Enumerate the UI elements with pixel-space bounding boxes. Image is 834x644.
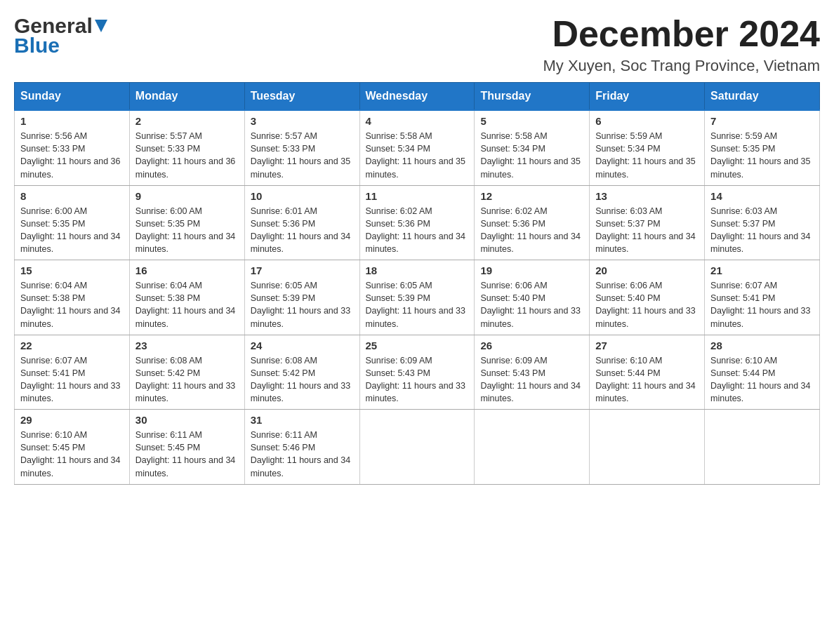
day-info: Sunrise: 6:01 AMSunset: 5:36 PMDaylight:… bbox=[251, 206, 350, 254]
day-number: 15 bbox=[20, 264, 124, 276]
calendar-day-header: Saturday bbox=[705, 83, 820, 111]
day-info: Sunrise: 6:07 AMSunset: 5:41 PMDaylight:… bbox=[20, 356, 120, 403]
logo-blue-text: Blue bbox=[14, 34, 60, 58]
day-info: Sunrise: 6:02 AMSunset: 5:36 PMDaylight:… bbox=[480, 206, 580, 254]
day-number: 13 bbox=[595, 190, 699, 202]
day-info: Sunrise: 6:10 AMSunset: 5:44 PMDaylight:… bbox=[595, 356, 695, 403]
calendar-day-cell: 15 Sunrise: 6:04 AMSunset: 5:38 PMDaylig… bbox=[15, 260, 130, 335]
day-info: Sunrise: 6:09 AMSunset: 5:43 PMDaylight:… bbox=[480, 356, 580, 403]
day-info: Sunrise: 6:00 AMSunset: 5:35 PMDaylight:… bbox=[20, 206, 120, 254]
day-info: Sunrise: 5:57 AMSunset: 5:33 PMDaylight:… bbox=[251, 131, 350, 179]
calendar-day-cell: 26 Sunrise: 6:09 AMSunset: 5:43 PMDaylig… bbox=[475, 335, 590, 410]
calendar-day-cell: 5 Sunrise: 5:58 AMSunset: 5:34 PMDayligh… bbox=[475, 110, 590, 185]
day-info: Sunrise: 6:04 AMSunset: 5:38 PMDaylight:… bbox=[135, 281, 235, 328]
day-info: Sunrise: 5:58 AMSunset: 5:34 PMDaylight:… bbox=[366, 131, 465, 179]
calendar-day-cell: 2 Sunrise: 5:57 AMSunset: 5:33 PMDayligh… bbox=[129, 110, 244, 185]
day-info: Sunrise: 6:06 AMSunset: 5:40 PMDaylight:… bbox=[595, 281, 695, 328]
day-number: 21 bbox=[710, 264, 814, 276]
day-info: Sunrise: 5:59 AMSunset: 5:34 PMDaylight:… bbox=[595, 131, 695, 179]
calendar-day-cell: 21 Sunrise: 6:07 AMSunset: 5:41 PMDaylig… bbox=[705, 260, 820, 335]
day-number: 5 bbox=[480, 115, 583, 127]
calendar-day-header: Monday bbox=[129, 83, 244, 111]
day-info: Sunrise: 6:06 AMSunset: 5:40 PMDaylight:… bbox=[480, 281, 580, 328]
calendar-day-cell bbox=[475, 410, 590, 485]
day-number: 6 bbox=[595, 115, 699, 127]
day-info: Sunrise: 6:11 AMSunset: 5:46 PMDaylight:… bbox=[251, 430, 350, 478]
calendar-day-cell: 10 Sunrise: 6:01 AMSunset: 5:36 PMDaylig… bbox=[244, 185, 359, 260]
day-number: 23 bbox=[135, 340, 239, 351]
calendar-day-cell: 30 Sunrise: 6:11 AMSunset: 5:45 PMDaylig… bbox=[129, 410, 244, 485]
day-number: 25 bbox=[366, 340, 469, 351]
calendar-header-row: SundayMondayTuesdayWednesdayThursdayFrid… bbox=[15, 83, 820, 111]
calendar-day-cell: 20 Sunrise: 6:06 AMSunset: 5:40 PMDaylig… bbox=[590, 260, 705, 335]
calendar-day-header: Friday bbox=[590, 83, 705, 111]
month-title: December 2024 bbox=[543, 14, 820, 54]
calendar-day-cell: 24 Sunrise: 6:08 AMSunset: 5:42 PMDaylig… bbox=[244, 335, 359, 410]
calendar-day-cell: 14 Sunrise: 6:03 AMSunset: 5:37 PMDaylig… bbox=[705, 185, 820, 260]
calendar-table: SundayMondayTuesdayWednesdayThursdayFrid… bbox=[14, 82, 820, 485]
day-info: Sunrise: 6:10 AMSunset: 5:44 PMDaylight:… bbox=[710, 356, 810, 403]
calendar-day-cell: 28 Sunrise: 6:10 AMSunset: 5:44 PMDaylig… bbox=[705, 335, 820, 410]
day-number: 7 bbox=[710, 115, 814, 127]
calendar-day-cell: 3 Sunrise: 5:57 AMSunset: 5:33 PMDayligh… bbox=[244, 110, 359, 185]
day-number: 1 bbox=[20, 115, 124, 127]
day-info: Sunrise: 6:09 AMSunset: 5:43 PMDaylight:… bbox=[366, 356, 465, 403]
calendar-day-cell: 4 Sunrise: 5:58 AMSunset: 5:34 PMDayligh… bbox=[359, 110, 475, 185]
calendar-day-header: Wednesday bbox=[359, 83, 475, 111]
calendar-day-cell: 9 Sunrise: 6:00 AMSunset: 5:35 PMDayligh… bbox=[129, 185, 244, 260]
day-info: Sunrise: 6:08 AMSunset: 5:42 PMDaylight:… bbox=[251, 356, 350, 403]
day-number: 14 bbox=[710, 190, 814, 202]
day-number: 26 bbox=[480, 340, 583, 351]
calendar-week-row: 15 Sunrise: 6:04 AMSunset: 5:38 PMDaylig… bbox=[15, 260, 820, 335]
calendar-day-cell bbox=[359, 410, 475, 485]
calendar-day-cell: 31 Sunrise: 6:11 AMSunset: 5:46 PMDaylig… bbox=[244, 410, 359, 485]
day-number: 31 bbox=[251, 414, 354, 426]
svg-marker-0 bbox=[95, 20, 107, 32]
calendar-day-header: Sunday bbox=[15, 83, 130, 111]
calendar-week-row: 8 Sunrise: 6:00 AMSunset: 5:35 PMDayligh… bbox=[15, 185, 820, 260]
calendar-day-cell: 11 Sunrise: 6:02 AMSunset: 5:36 PMDaylig… bbox=[359, 185, 475, 260]
day-number: 18 bbox=[366, 264, 469, 276]
calendar-day-cell: 27 Sunrise: 6:10 AMSunset: 5:44 PMDaylig… bbox=[590, 335, 705, 410]
day-info: Sunrise: 6:07 AMSunset: 5:41 PMDaylight:… bbox=[710, 281, 810, 328]
day-number: 24 bbox=[251, 340, 354, 351]
day-number: 9 bbox=[135, 190, 239, 202]
day-number: 22 bbox=[20, 340, 124, 351]
day-info: Sunrise: 5:56 AMSunset: 5:33 PMDaylight:… bbox=[20, 131, 120, 179]
calendar-day-header: Tuesday bbox=[244, 83, 359, 111]
calendar-day-cell: 7 Sunrise: 5:59 AMSunset: 5:35 PMDayligh… bbox=[705, 110, 820, 185]
page-header: General Blue December 2024 My Xuyen, Soc… bbox=[14, 14, 820, 75]
title-section: December 2024 My Xuyen, Soc Trang Provin… bbox=[543, 14, 820, 75]
calendar-day-cell: 22 Sunrise: 6:07 AMSunset: 5:41 PMDaylig… bbox=[15, 335, 130, 410]
day-info: Sunrise: 6:08 AMSunset: 5:42 PMDaylight:… bbox=[135, 356, 235, 403]
day-number: 19 bbox=[480, 264, 583, 276]
day-info: Sunrise: 6:03 AMSunset: 5:37 PMDaylight:… bbox=[710, 206, 810, 254]
day-number: 30 bbox=[135, 414, 239, 426]
calendar-day-cell bbox=[590, 410, 705, 485]
logo-triangle-icon bbox=[95, 20, 107, 35]
calendar-week-row: 1 Sunrise: 5:56 AMSunset: 5:33 PMDayligh… bbox=[15, 110, 820, 185]
day-info: Sunrise: 5:58 AMSunset: 5:34 PMDaylight:… bbox=[480, 131, 580, 179]
calendar-day-cell: 18 Sunrise: 6:05 AMSunset: 5:39 PMDaylig… bbox=[359, 260, 475, 335]
calendar-day-cell: 23 Sunrise: 6:08 AMSunset: 5:42 PMDaylig… bbox=[129, 335, 244, 410]
day-number: 16 bbox=[135, 264, 239, 276]
day-number: 17 bbox=[251, 264, 354, 276]
day-number: 27 bbox=[595, 340, 699, 351]
day-number: 10 bbox=[251, 190, 354, 202]
day-info: Sunrise: 6:05 AMSunset: 5:39 PMDaylight:… bbox=[366, 281, 465, 328]
day-info: Sunrise: 5:57 AMSunset: 5:33 PMDaylight:… bbox=[135, 131, 235, 179]
day-info: Sunrise: 6:02 AMSunset: 5:36 PMDaylight:… bbox=[366, 206, 465, 254]
calendar-day-cell: 1 Sunrise: 5:56 AMSunset: 5:33 PMDayligh… bbox=[15, 110, 130, 185]
day-number: 3 bbox=[251, 115, 354, 127]
day-info: Sunrise: 6:05 AMSunset: 5:39 PMDaylight:… bbox=[251, 281, 350, 328]
day-number: 20 bbox=[595, 264, 699, 276]
calendar-week-row: 29 Sunrise: 6:10 AMSunset: 5:45 PMDaylig… bbox=[15, 410, 820, 485]
calendar-day-cell: 6 Sunrise: 5:59 AMSunset: 5:34 PMDayligh… bbox=[590, 110, 705, 185]
calendar-day-cell: 29 Sunrise: 6:10 AMSunset: 5:45 PMDaylig… bbox=[15, 410, 130, 485]
day-number: 8 bbox=[20, 190, 124, 202]
day-number: 28 bbox=[710, 340, 814, 351]
day-info: Sunrise: 6:10 AMSunset: 5:45 PMDaylight:… bbox=[20, 430, 120, 478]
day-info: Sunrise: 6:04 AMSunset: 5:38 PMDaylight:… bbox=[20, 281, 120, 328]
calendar-day-cell: 13 Sunrise: 6:03 AMSunset: 5:37 PMDaylig… bbox=[590, 185, 705, 260]
day-number: 11 bbox=[366, 190, 469, 202]
